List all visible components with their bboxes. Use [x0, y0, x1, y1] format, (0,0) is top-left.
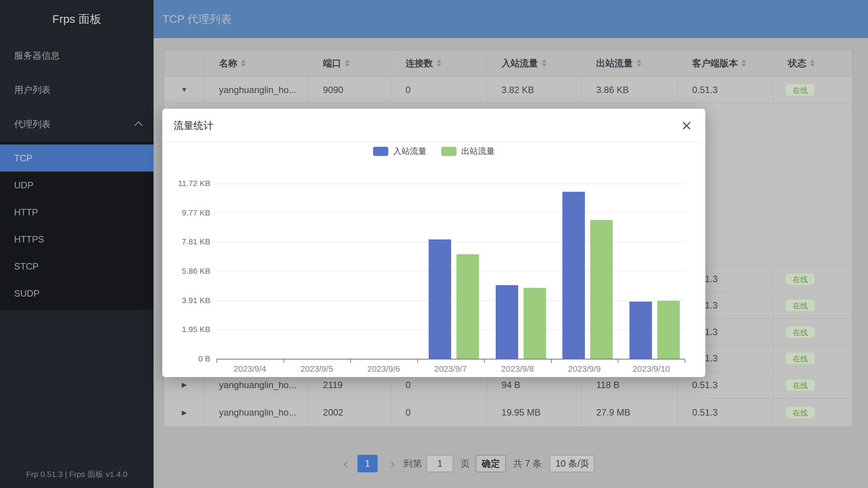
sort-carets[interactable] — [437, 59, 441, 67]
confirm-button[interactable]: 确定 — [476, 455, 506, 472]
bar-outbound — [657, 301, 680, 359]
sort-asc-icon[interactable] — [741, 59, 746, 63]
sort-carets[interactable] — [810, 59, 815, 67]
column-header-label: 状态 — [788, 57, 806, 69]
sidebar-item-user-list[interactable]: 用户列表 — [0, 73, 154, 107]
cell-status: 在线 — [774, 266, 852, 292]
sort-asc-icon[interactable] — [637, 59, 641, 63]
column-header-label: 名称 — [219, 57, 237, 69]
x-axis-category-label: 2023/9/7 — [417, 364, 484, 374]
sort-desc-icon[interactable] — [241, 64, 246, 67]
bar-inbound — [562, 192, 585, 359]
expand-row-icon[interactable]: ▶ — [182, 381, 187, 389]
column-header-label: 入站流量 — [501, 57, 538, 69]
cell-connections: 0 — [391, 77, 487, 103]
bar-outbound — [524, 288, 546, 359]
sidebar-menu: 服务器信息用户列表代理列表 — [0, 39, 154, 141]
sort-desc-icon[interactable] — [542, 64, 546, 67]
x-axis-line — [216, 359, 685, 360]
column-header-name[interactable]: 名称 — [205, 50, 309, 76]
column-header-traffic_in[interactable]: 入站流量 — [487, 50, 582, 76]
x-axis-category-label: 2023/9/5 — [283, 364, 351, 374]
sidebar-item-https[interactable]: HTTPS — [0, 226, 154, 253]
y-axis-tick-label: 3.91 KB — [162, 296, 210, 305]
cell-status: 在线 — [774, 77, 852, 103]
sort-asc-icon[interactable] — [437, 59, 441, 63]
x-axis-category-label: 2023/9/9 — [551, 364, 618, 374]
cell-status: 在线 — [774, 319, 852, 345]
sort-asc-icon[interactable] — [810, 59, 815, 63]
table-row: ▶yanghuanglin_ho...2002019.95 MB27.9 MB0… — [164, 398, 852, 427]
column-header-connections[interactable]: 连接数 — [391, 50, 487, 76]
sort-desc-icon[interactable] — [437, 64, 441, 67]
status-badge: 在线 — [785, 273, 815, 286]
column-header-label: 端口 — [323, 57, 341, 69]
status-badge: 在线 — [785, 299, 815, 312]
page-size-select[interactable]: 10 条/页 — [549, 455, 594, 472]
traffic-stats-dialog: 流量统计 入站流量出站流量 0 B1.95 KB3.91 KB5.86 KB7.… — [162, 109, 705, 377]
bar-inbound — [629, 302, 652, 359]
page-1-button[interactable]: 1 — [357, 455, 378, 472]
goto-prefix-label: 到第 — [404, 455, 422, 472]
total-count-label: 共 7 条 — [513, 455, 542, 472]
sort-desc-icon[interactable] — [637, 64, 641, 67]
sort-asc-icon[interactable] — [241, 59, 246, 63]
sort-carets[interactable] — [542, 59, 546, 67]
x-axis-tick — [283, 360, 284, 363]
sidebar-item-http[interactable]: HTTP — [0, 199, 154, 226]
sidebar-item-udp[interactable]: UDP — [0, 172, 154, 199]
sort-carets[interactable] — [345, 59, 350, 67]
column-header-traffic_out[interactable]: 出站流量 — [582, 50, 678, 76]
traffic-bar-chart: 0 B1.95 KB3.91 KB5.86 KB7.81 KB9.77 KB11… — [162, 109, 705, 377]
expand-row-icon[interactable]: ▶ — [182, 409, 187, 417]
y-axis-tick-label: 9.77 KB — [162, 208, 210, 217]
sort-desc-icon[interactable] — [810, 64, 815, 67]
sidebar-item-proxy-list[interactable]: 代理列表 — [0, 107, 154, 141]
prev-page-button[interactable]: ‹ — [340, 455, 351, 472]
sidebar-item-label: 代理列表 — [14, 118, 51, 130]
column-header-port[interactable]: 端口 — [309, 50, 391, 76]
sidebar-item-server-info[interactable]: 服务器信息 — [0, 39, 154, 73]
version-footer: Frp 0.51.3 | Frps 面板 v1.4.0 — [0, 464, 154, 488]
column-header-label: 出站流量 — [596, 57, 633, 69]
y-axis-tick-label: 7.81 KB — [162, 237, 210, 246]
x-axis-category-label: 2023/9/8 — [484, 364, 551, 374]
x-axis-tick — [484, 360, 485, 363]
x-axis-tick — [618, 360, 618, 363]
sidebar-item-tcp[interactable]: TCP — [0, 144, 154, 172]
sort-carets[interactable] — [241, 59, 246, 67]
sort-asc-icon[interactable] — [542, 59, 546, 63]
cell-traffic_out: 3.86 KB — [582, 77, 678, 103]
app-title: Frps 面板 — [0, 0, 154, 39]
bar-outbound — [456, 254, 479, 359]
sort-desc-icon[interactable] — [741, 64, 746, 67]
status-badge: 在线 — [785, 83, 815, 96]
y-axis-tick-label: 1.95 KB — [162, 325, 210, 334]
column-header-status[interactable]: 状态 — [774, 50, 852, 76]
cell-expand: ▼ — [164, 77, 205, 103]
sort-carets[interactable] — [637, 59, 641, 67]
cell-version: 0.51.3 — [678, 77, 774, 103]
page-header: TCP 代理列表 — [154, 0, 868, 38]
sidebar-item-sudp[interactable]: SUDP — [0, 280, 154, 307]
sort-asc-icon[interactable] — [345, 59, 350, 63]
bar-outbound — [590, 220, 613, 359]
cell-name: yanghuanglin_ho... — [205, 398, 309, 427]
sidebar-item-stcp[interactable]: STCP — [0, 253, 154, 280]
proxy-submenu: TCPUDPHTTPHTTPSSTCPSUDP — [0, 141, 154, 310]
cell-traffic_out: 27.9 MB — [582, 398, 678, 427]
app: TCP 代理列表 名称端口连接数入站流量出站流量客户端版本状态▼yanghuan… — [0, 0, 868, 488]
sidebar: Frps 面板 服务器信息用户列表代理列表 TCPUDPHTTPHTTPSSTC… — [0, 0, 154, 488]
gridline — [216, 213, 685, 213]
goto-page-input[interactable] — [426, 455, 453, 472]
table-header-row: 名称端口连接数入站流量出站流量客户端版本状态 — [164, 50, 852, 77]
cell-status: 在线 — [774, 372, 852, 398]
sort-desc-icon[interactable] — [345, 64, 350, 67]
next-page-button[interactable]: › — [387, 455, 398, 472]
collapse-row-icon[interactable]: ▼ — [181, 86, 187, 94]
column-header-version[interactable]: 客户端版本 — [677, 50, 774, 76]
sort-carets[interactable] — [741, 59, 746, 67]
status-badge: 在线 — [785, 326, 815, 339]
cell-status: 在线 — [774, 345, 852, 371]
x-axis-tick — [551, 360, 552, 363]
